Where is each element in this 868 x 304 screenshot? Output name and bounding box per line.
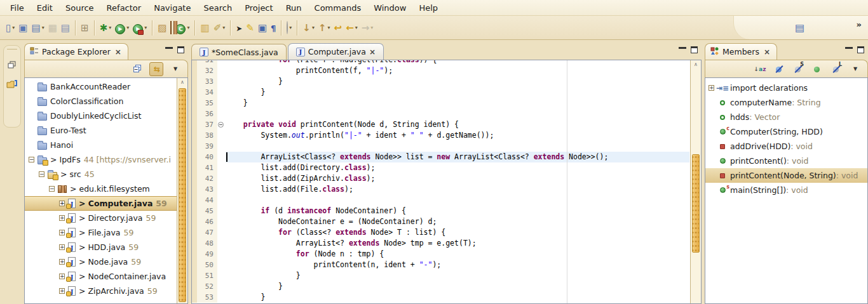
menu-commands[interactable]: Commands (308, 1, 368, 15)
collapse-icon[interactable]: − (39, 171, 44, 177)
scroll-up-arrow[interactable]: ∧ (177, 78, 187, 87)
code-line[interactable]: 44 (192, 195, 689, 206)
code-text[interactable]: for (File f : hdd.get(File.class)) { (226, 60, 689, 65)
new-wizard-button[interactable]: ▤▾ (29, 20, 46, 36)
new-java-package-button[interactable] (168, 20, 173, 36)
folding-ruler[interactable] (217, 130, 226, 141)
open-folder-button[interactable] (6, 79, 18, 91)
folding-ruler[interactable] (217, 162, 226, 173)
tree-item[interactable]: ColorClassification (25, 94, 177, 109)
code-text[interactable]: printContent(f, "|-"); (226, 65, 689, 76)
folding-ruler[interactable] (217, 60, 226, 65)
code-text[interactable]: } (226, 292, 689, 303)
menu-help[interactable]: Help (412, 1, 444, 15)
code-line[interactable]: 33 } (192, 76, 689, 87)
code-text[interactable]: } (226, 281, 689, 292)
tree-item[interactable]: +J> Node.java59 (25, 254, 177, 269)
save-button[interactable]: ▦ (46, 20, 59, 36)
expand-icon[interactable]: + (59, 288, 65, 294)
menu-file[interactable]: File (4, 1, 31, 15)
restore-panes-button[interactable] (8, 60, 17, 72)
run-external-tools-button[interactable]: ▶▾ (131, 20, 149, 36)
code-text[interactable]: list.add(Directory.class); (226, 162, 689, 173)
folding-ruler[interactable] (217, 141, 226, 152)
expand-icon[interactable]: + (59, 244, 65, 250)
editor-scrollbar[interactable]: ∧ (690, 60, 701, 303)
scrollbar-thumb[interactable] (692, 154, 700, 253)
dropdown-arrow-icon[interactable]: ▾ (289, 25, 292, 30)
code-line[interactable]: 51 } (192, 270, 689, 281)
code-line[interactable]: 50 printContent(n, ident + "-"); (192, 260, 689, 270)
tree-item[interactable]: BankAccountReader (25, 79, 177, 94)
perspective-switcher[interactable]: ▤ » (733, 16, 868, 39)
code-text[interactable] (226, 141, 689, 152)
color-palette-button[interactable]: ▾ (285, 20, 294, 36)
close-icon[interactable]: × (369, 48, 376, 56)
member-item[interactable]: cComputer(String, HDD) (705, 124, 867, 139)
code-line[interactable]: 43 list.add(File.class); (192, 184, 689, 195)
forward-button[interactable]: →▾ (360, 20, 376, 36)
code-text[interactable] (226, 109, 689, 119)
dropdown-arrow-icon[interactable]: ▾ (187, 25, 189, 30)
menu-navigate[interactable]: Navigate (147, 1, 197, 15)
folding-ruler[interactable] (217, 281, 226, 292)
tree-item[interactable]: −> edu.kit.filesystem (25, 182, 177, 196)
folding-ruler[interactable] (217, 76, 226, 87)
sort-button[interactable]: ↓az (753, 62, 767, 76)
next-annotation-button[interactable]: ↓▾ (301, 20, 316, 36)
scrollbar-thumb[interactable] (179, 88, 186, 302)
folding-ruler[interactable] (217, 249, 226, 260)
view-menu-button[interactable]: ▼ (848, 62, 862, 76)
menu-edit[interactable]: Edit (31, 1, 59, 15)
menu-refactor[interactable]: Refactor (100, 1, 148, 15)
folding-ruler[interactable] (217, 119, 226, 130)
menu-window[interactable]: Window (367, 1, 412, 15)
print-button[interactable]: ▤ (59, 20, 72, 36)
code-line[interactable]: 41 list.add(Directory.class); (192, 162, 689, 173)
folding-ruler[interactable] (217, 173, 226, 184)
code-line[interactable]: 40 ArrayList<Class<? extends Node>> list… (192, 152, 689, 162)
dropdown-arrow-icon[interactable]: ▾ (42, 25, 44, 30)
code-text[interactable]: } (226, 76, 689, 87)
code-text[interactable]: printContent(n, ident + "-"); (226, 260, 689, 270)
member-item[interactable]: hdds : Vector (705, 110, 867, 124)
code-line[interactable]: 32 printContent(f, "|-"); (192, 65, 689, 76)
maximize-button[interactable] (177, 46, 184, 53)
show-whitespace-button[interactable]: ¶ (269, 20, 278, 36)
dropdown-arrow-icon[interactable]: ▾ (328, 25, 330, 30)
code-text[interactable]: } (226, 87, 689, 98)
open-type-button[interactable]: ▥ (198, 20, 211, 36)
code-line[interactable]: 47 for (Class<? extends Node> T : list) … (192, 227, 689, 238)
dropdown-arrow-icon[interactable]: ▾ (144, 25, 147, 30)
member-item[interactable]: +⇥≡import declarations (705, 81, 867, 95)
tree-item[interactable]: DoublyLinkedCyclicList (25, 109, 177, 123)
expand-icon[interactable]: + (59, 274, 65, 279)
expand-icon[interactable]: + (59, 201, 65, 206)
code-line[interactable]: 36 (192, 109, 689, 119)
editor-tab-someclassjava[interactable]: J*SomeClass.java (191, 44, 287, 60)
hide-local-types-button[interactable]: L (829, 62, 843, 76)
toolbar-overflow-chevron[interactable]: » (857, 20, 862, 29)
highlighter-button[interactable]: ✎ (244, 20, 256, 36)
rail-grip[interactable] (7, 49, 17, 51)
collapse-icon[interactable]: − (29, 157, 34, 162)
folding-ruler[interactable] (217, 87, 226, 98)
expand-icon[interactable]: + (709, 85, 714, 91)
tree-item[interactable]: Hanoi (25, 138, 177, 152)
collapse-fold-icon[interactable] (218, 122, 224, 128)
new-java-project-button[interactable]: ▨ (156, 20, 168, 36)
code-text[interactable]: } (226, 98, 689, 109)
tree-item[interactable]: −> IpdFs44 [https://svnserver.i (25, 152, 177, 167)
code-text[interactable]: if (d instanceof NodeContainer) { (226, 206, 689, 216)
tree-item[interactable]: Euro-Test (25, 123, 177, 138)
minimize-button[interactable] (165, 47, 173, 53)
toggle-mark-occurrences-button[interactable]: ➤ (234, 20, 244, 36)
java-perspective-icon[interactable]: ▤ (795, 22, 804, 34)
show-source-button[interactable]: ▣ (256, 20, 269, 36)
code-line[interactable]: 37 private void printContent(Node d, Str… (192, 119, 689, 130)
folding-ruler[interactable] (217, 206, 226, 216)
dropdown-arrow-icon[interactable]: ▾ (109, 25, 111, 30)
show-public-members-button[interactable] (810, 62, 824, 76)
code-line[interactable]: 39 (192, 141, 689, 152)
member-item[interactable]: computerName : String (705, 95, 867, 110)
